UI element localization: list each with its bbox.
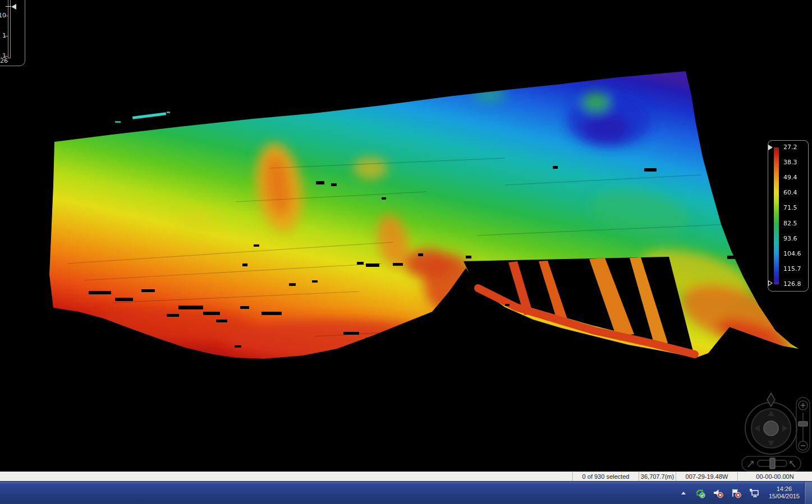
legend-label: 115.7 [783, 266, 801, 272]
legend-labels: 27.238.349.460.471.582.593.6104.6115.712… [783, 144, 801, 288]
legend-label: 104.6 [783, 251, 801, 257]
legend-label: 126.8 [783, 281, 801, 288]
network-status-icon[interactable] [749, 488, 759, 498]
bathymetry-surface [0, 0, 812, 471]
colormap-bar [774, 147, 779, 284]
legend-label: 49.4 [783, 174, 801, 181]
tilt-slider[interactable] [742, 456, 801, 471]
sync-ok-icon[interactable] [695, 488, 705, 498]
tilt-left-icon[interactable] [748, 461, 753, 467]
legend-label: 38.3 [783, 159, 801, 166]
legend-label: 60.4 [783, 189, 801, 196]
clock-time: 14:26 [777, 485, 792, 493]
legend-label: 93.6 [783, 235, 801, 242]
exaggeration-slider-handle[interactable] [11, 4, 16, 10]
slider-handle-tick [6, 6, 11, 7]
hidden-icons-chevron-icon[interactable] [681, 492, 686, 494]
status-latitude: 00-00-00.00N [737, 472, 812, 481]
taskbar-clock[interactable]: 14:26 15/04/2015 [769, 485, 800, 500]
system-tray: 14:26 15/04/2015 [681, 482, 812, 504]
compass-trackball[interactable] [745, 393, 797, 454]
tick-label-10: 10 [0, 12, 6, 19]
navigation-widget [734, 390, 812, 471]
status-bar: 0 of 930 selected 36,707.7(m) 007-29-19.… [0, 471, 812, 481]
zoom-slider[interactable] [796, 397, 810, 452]
vertical-exaggeration-widget: 10 1 .1 26 [0, 0, 25, 66]
3d-viewport[interactable]: 10 1 .1 26 27.238.349.460.471.582.593.61… [0, 0, 812, 471]
volume-muted-icon[interactable] [713, 488, 723, 498]
exaggeration-slider-track[interactable] [8, 0, 11, 58]
status-depth-readout: 36,707.7(m) [639, 472, 676, 481]
application-window: 10 1 .1 26 27.238.349.460.471.582.593.61… [0, 0, 812, 504]
trackball-center-knob[interactable] [764, 421, 778, 436]
data-gap-region [464, 257, 695, 354]
legend-label: 27.2 [783, 144, 801, 151]
status-selection-count: 0 of 930 selected [572, 472, 639, 481]
color-legend: 27.238.349.460.471.582.593.6104.6115.712… [768, 140, 809, 292]
detached-soundings [115, 112, 170, 123]
north-diamond-icon [767, 393, 775, 406]
status-longitude: 007-29-19.48W [676, 472, 737, 481]
plus-icon [801, 403, 805, 408]
range-marker-bottom-icon[interactable] [768, 280, 773, 286]
legend-label: 82.5 [783, 220, 801, 227]
tilt-slider-handle[interactable] [770, 458, 775, 469]
status-spacer [0, 472, 572, 481]
show-desktop-button[interactable] [804, 482, 812, 504]
tick-label-1: 1 [0, 33, 6, 39]
clock-date: 15/04/2015 [769, 493, 800, 500]
exaggeration-value: 26 [0, 57, 17, 64]
action-center-alert-icon[interactable] [731, 488, 741, 498]
range-marker-top-icon[interactable] [768, 145, 773, 150]
legend-label: 71.5 [783, 205, 801, 211]
zoom-slider-handle[interactable] [799, 422, 808, 426]
tilt-right-icon[interactable] [790, 461, 795, 467]
taskbar: 14:26 15/04/2015 [0, 481, 812, 504]
